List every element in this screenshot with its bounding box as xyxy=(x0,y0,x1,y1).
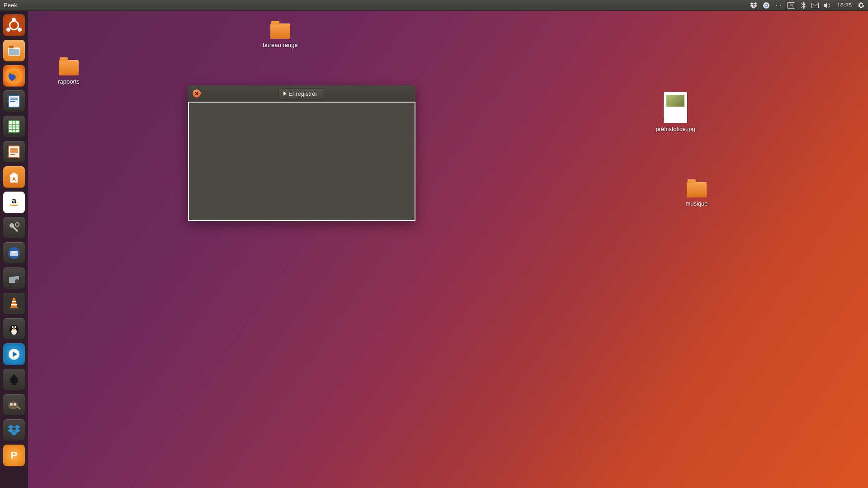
impress-icon xyxy=(6,144,22,160)
envelope-icon xyxy=(811,3,819,8)
tux-icon xyxy=(7,322,21,336)
messages-indicator[interactable] xyxy=(811,3,819,8)
svg-rect-24 xyxy=(12,301,16,302)
svg-rect-11 xyxy=(10,101,15,102)
calc-icon xyxy=(6,119,22,134)
dropbox-app-icon xyxy=(8,425,20,436)
svg-point-29 xyxy=(12,326,14,328)
desktop-file-prehistotice[interactable]: préhistotice.jpg xyxy=(648,92,703,132)
thunderbird-icon xyxy=(7,246,21,260)
svg-rect-25 xyxy=(11,304,17,305)
ubuntu-logo-icon xyxy=(6,18,22,33)
desktop-icon-label: bureau rangé xyxy=(253,42,307,48)
keyboard-indicator[interactable]: Fr xyxy=(787,2,795,9)
top-menu-bar: Peek Fr 16:25 xyxy=(0,0,868,11)
writer-icon xyxy=(6,94,22,109)
app-title: Peek xyxy=(4,2,17,9)
peek-window: Enregistrer xyxy=(188,85,415,221)
play-circle-icon xyxy=(8,348,20,360)
wrench-gear-icon xyxy=(7,221,21,235)
launcher-dropbox-app[interactable] xyxy=(3,419,25,441)
inkscape-icon xyxy=(8,373,20,386)
launcher-dash[interactable] xyxy=(3,14,25,36)
launcher-thunderbird[interactable] xyxy=(3,242,25,264)
dropbox-indicator[interactable] xyxy=(750,2,757,9)
network-icon xyxy=(775,2,782,9)
chrome-icon xyxy=(763,2,770,9)
amazon-icon: a xyxy=(7,196,21,209)
firefox-icon xyxy=(6,68,22,84)
svg-rect-14 xyxy=(10,148,18,153)
desktop-folder-rapports[interactable]: rapports xyxy=(42,60,96,85)
clock[interactable]: 16:25 xyxy=(837,2,852,9)
gear-icon xyxy=(858,2,864,9)
folder-icon xyxy=(687,182,707,197)
svg-rect-5 xyxy=(9,49,19,55)
traffic-cone-icon xyxy=(8,297,20,310)
launcher-software-center[interactable]: A xyxy=(3,166,25,188)
desktop-icon-label: musique xyxy=(670,200,724,207)
shopping-bag-icon: A xyxy=(8,171,20,183)
chrome-indicator[interactable] xyxy=(763,2,770,9)
launcher-video-editor[interactable] xyxy=(3,267,25,289)
desktop-folder-bureau-range[interactable]: bureau rangé xyxy=(253,23,307,48)
gimp-icon xyxy=(7,399,21,411)
peek-titlebar[interactable]: Enregistrer xyxy=(188,85,415,102)
speaker-icon xyxy=(824,2,832,9)
launcher-vlc[interactable] xyxy=(3,293,25,314)
launcher-writer[interactable] xyxy=(3,90,25,112)
record-button[interactable]: Enregistrer xyxy=(278,88,325,99)
svg-point-23 xyxy=(15,279,19,284)
launcher-settings[interactable] xyxy=(3,217,25,239)
launcher-files[interactable] xyxy=(3,40,25,61)
launcher-firefox[interactable] xyxy=(3,65,25,87)
launcher-gimp[interactable] xyxy=(3,394,25,416)
launcher-amazon[interactable]: a xyxy=(3,192,25,213)
launcher-inkscape[interactable] xyxy=(3,369,25,390)
dropbox-icon xyxy=(750,2,757,9)
image-thumbnail-icon xyxy=(664,92,687,123)
launcher-calc[interactable] xyxy=(3,116,25,137)
desktop-icon-label: préhistotice.jpg xyxy=(648,126,703,132)
svg-text:a: a xyxy=(12,196,17,205)
network-indicator[interactable] xyxy=(775,2,782,9)
launcher-media-player[interactable] xyxy=(3,343,25,365)
svg-point-19 xyxy=(15,223,19,226)
play-icon xyxy=(283,91,287,96)
record-button-label: Enregistrer xyxy=(288,90,317,97)
folder-icon xyxy=(270,23,290,39)
keyboard-layout-label: Fr xyxy=(787,2,795,9)
launcher-peek[interactable]: P xyxy=(3,445,25,466)
peek-capture-area[interactable] xyxy=(188,102,415,221)
launcher-supertux[interactable] xyxy=(3,318,25,340)
svg-point-2 xyxy=(765,4,767,6)
window-close-button[interactable] xyxy=(193,89,201,98)
files-icon xyxy=(7,45,21,56)
peek-app-icon: P xyxy=(7,449,21,462)
svg-rect-4 xyxy=(9,46,14,48)
desktop-folder-musique[interactable]: musique xyxy=(670,182,724,207)
svg-rect-9 xyxy=(10,98,18,99)
svg-rect-26 xyxy=(9,308,19,310)
svg-point-34 xyxy=(14,403,16,406)
desktop-icon-label: rapports xyxy=(42,78,96,85)
clapper-icon xyxy=(7,272,21,285)
svg-point-32 xyxy=(8,401,18,409)
bluetooth-icon xyxy=(801,2,806,9)
svg-point-30 xyxy=(14,326,16,328)
svg-rect-10 xyxy=(10,99,18,100)
folder-icon xyxy=(59,60,79,75)
unity-launcher: A a P xyxy=(0,11,28,488)
sound-indicator[interactable] xyxy=(824,2,832,9)
launcher-impress[interactable] xyxy=(3,141,25,163)
svg-text:P: P xyxy=(11,450,18,461)
svg-point-33 xyxy=(10,403,13,406)
bluetooth-indicator[interactable] xyxy=(801,2,806,9)
svg-text:A: A xyxy=(12,176,16,182)
svg-rect-15 xyxy=(10,154,15,155)
svg-rect-12 xyxy=(9,121,19,132)
session-indicator[interactable] xyxy=(858,2,864,9)
